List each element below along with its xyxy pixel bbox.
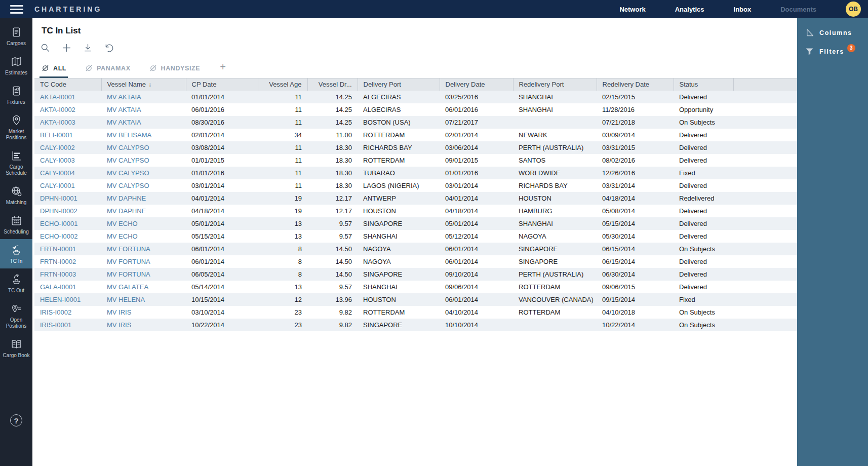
table-row[interactable]: HELEN-I0001 MV HELENA 10/15/2014 12 13.9… (34, 293, 797, 306)
add-tab-icon[interactable]: + (217, 61, 229, 78)
add-icon[interactable] (61, 42, 72, 53)
table-row[interactable]: CALY-I0003 MV CALYPSO 01/01/2015 11 18.3… (34, 154, 797, 167)
vessel-name-link[interactable]: MV IRIS (107, 308, 131, 316)
tc-code-link[interactable]: HELEN-I0001 (40, 296, 81, 303)
col-header-vessel-name[interactable]: Vessel Name↓ (101, 79, 186, 91)
sidebar-item-open-positions[interactable]: Open Positions (0, 298, 32, 333)
columns-button[interactable]: Columns (797, 23, 868, 42)
tc-code-link[interactable]: ECHO-I0002 (40, 232, 77, 240)
table-row[interactable]: DPHN-I0002 MV DAPHNE 04/18/2014 19 12.17… (34, 205, 797, 217)
table-row[interactable]: FRTN-I0003 MV FORTUNA 06/05/2014 8 14.50… (34, 268, 797, 281)
table-row[interactable]: IRIS-I0001 MV IRIS 10/22/2014 23 9.82 SI… (34, 319, 797, 331)
tab-panamax[interactable]: PANAMAX (83, 62, 132, 78)
nav-network[interactable]: Network (619, 6, 645, 13)
sidebar-item-estimates[interactable]: Estimates (0, 51, 32, 80)
table-row[interactable]: ECHO-I0001 MV ECHO 05/01/2014 13 9.57 SI… (34, 217, 797, 230)
hamburger-menu-icon[interactable] (10, 5, 23, 14)
nav-documents[interactable]: Documents (780, 6, 816, 13)
vessel-name-link[interactable]: MV CALYPSO (107, 157, 149, 164)
table-row[interactable]: IRIS-I0002 MV IRIS 03/10/2014 23 9.82 RO… (34, 306, 797, 319)
tc-code-link[interactable]: IRIS-I0002 (40, 308, 71, 316)
tab-handysize[interactable]: HANDYSIZE (147, 62, 202, 78)
sidebar-item-cargo-schedule[interactable]: Cargo Schedule (0, 145, 32, 180)
tc-code-link[interactable]: IRIS-I0001 (40, 321, 71, 329)
vessel-name-link[interactable]: MV BELISAMA (107, 131, 151, 139)
col-header-delivery-port[interactable]: Delivery Port (358, 79, 440, 91)
toolbar (40, 42, 797, 53)
vessel-name-link[interactable]: MV CALYPSO (107, 169, 149, 177)
sidebar-item-matching[interactable]: Matching (0, 180, 32, 210)
col-header-delivery-date[interactable]: Delivery Date (440, 79, 513, 91)
cell-status: Delivered (674, 154, 733, 167)
nav-analytics[interactable]: Analytics (675, 6, 704, 13)
search-icon[interactable] (40, 42, 51, 53)
table-row[interactable]: ECHO-I0002 MV ECHO 05/15/2014 13 9.57 SH… (34, 230, 797, 243)
sidebar-item-cargo-book[interactable]: Cargo Book (0, 333, 32, 363)
table-row[interactable]: CALY-I0002 MV CALYPSO 03/08/2014 11 18.3… (34, 141, 797, 154)
col-header-vessel-age[interactable]: Vessel Age (258, 79, 307, 91)
col-header-redelivery-port[interactable]: Redelivery Port (513, 79, 597, 91)
table-row[interactable]: AKTA-I0002 MV AKTAIA 06/01/2016 11 14.25… (34, 103, 797, 116)
tc-code-link[interactable]: CALY-I0003 (40, 157, 75, 164)
tc-code-link[interactable]: BELI-I0001 (40, 131, 73, 139)
tc-code-link[interactable]: FRTN-I0003 (40, 270, 76, 278)
table-row[interactable]: DPHN-I0001 MV DAPHNE 04/01/2014 19 12.17… (34, 192, 797, 205)
tc-code-link[interactable]: ECHO-I0001 (40, 220, 77, 227)
sidebar-item-scheduling[interactable]: Scheduling (0, 210, 32, 239)
vessel-name-link[interactable]: MV AKTAIA (107, 93, 141, 101)
table-row[interactable]: CALY-I0001 MV CALYPSO 03/01/2014 11 18.3… (34, 179, 797, 192)
col-header-vessel-draft[interactable]: Vessel Dr... (307, 79, 358, 91)
table-row[interactable]: GALA-I0001 MV GALATEA 05/14/2014 13 9.57… (34, 281, 797, 293)
col-header-cp-date[interactable]: CP Date (186, 79, 258, 91)
help-icon[interactable]: ? (10, 414, 22, 426)
tc-code-link[interactable]: GALA-I0001 (40, 283, 76, 291)
tc-code-link[interactable]: AKTA-I0001 (40, 93, 75, 101)
user-avatar[interactable]: OB (846, 2, 861, 17)
sidebar-item-fixtures[interactable]: Fixtures (0, 80, 32, 109)
nav-inbox[interactable]: Inbox (734, 6, 752, 13)
cell-filler (733, 154, 797, 167)
table-row[interactable]: BELI-I0001 MV BELISAMA 02/01/2014 34 11.… (34, 129, 797, 141)
vessel-name-link[interactable]: MV AKTAIA (107, 106, 141, 113)
vessel-name-link[interactable]: MV DAPHNE (107, 207, 146, 215)
view-tabs: ALL PANAMAX HANDYSIZE + (40, 61, 797, 78)
sidebar-item-tc-in[interactable]: TC In (0, 239, 32, 268)
filters-button[interactable]: Filters 3 (797, 42, 868, 61)
vessel-name-link[interactable]: MV AKTAIA (107, 119, 141, 126)
table-row[interactable]: AKTA-I0003 MV AKTAIA 08/30/2016 11 14.25… (34, 116, 797, 129)
vessel-name-link[interactable]: MV CALYPSO (107, 144, 149, 151)
scroll-icon (10, 26, 23, 38)
sidebar-item-cargoes[interactable]: Cargoes (0, 21, 32, 51)
tc-code-link[interactable]: FRTN-I0002 (40, 258, 76, 265)
vessel-name-link[interactable]: MV CALYPSO (107, 182, 149, 189)
tc-code-link[interactable]: AKTA-I0003 (40, 119, 75, 126)
vessel-name-link[interactable]: MV FORTUNA (107, 245, 150, 253)
tc-code-link[interactable]: CALY-I0002 (40, 144, 75, 151)
tc-code-link[interactable]: DPHN-I0002 (40, 207, 77, 215)
tab-all[interactable]: ALL (40, 62, 68, 78)
col-header-tc-code[interactable]: TC Code (34, 79, 101, 91)
tc-code-link[interactable]: CALY-I0001 (40, 182, 75, 189)
table-row[interactable]: FRTN-I0001 MV FORTUNA 06/01/2014 8 14.50… (34, 243, 797, 255)
reset-icon[interactable] (103, 42, 114, 53)
vessel-name-link[interactable]: MV FORTUNA (107, 270, 150, 278)
vessel-name-link[interactable]: MV DAPHNE (107, 195, 146, 202)
vessel-name-link[interactable]: MV GALATEA (107, 283, 148, 291)
vessel-name-link[interactable]: MV ECHO (107, 220, 138, 227)
table-row[interactable]: FRTN-I0002 MV FORTUNA 06/01/2014 8 14.50… (34, 255, 797, 268)
sidebar-item-market-positions[interactable]: Market Positions (0, 109, 32, 145)
vessel-name-link[interactable]: MV FORTUNA (107, 258, 150, 265)
vessel-name-link[interactable]: MV HELENA (107, 296, 145, 303)
table-row[interactable]: CALY-I0004 MV CALYPSO 01/01/2016 11 18.3… (34, 167, 797, 179)
tc-code-link[interactable]: CALY-I0004 (40, 169, 75, 177)
download-icon[interactable] (82, 42, 93, 53)
tc-code-link[interactable]: FRTN-I0001 (40, 245, 76, 253)
tc-code-link[interactable]: DPHN-I0001 (40, 195, 77, 202)
col-header-status[interactable]: Status (674, 79, 733, 91)
sidebar-item-tc-out[interactable]: TC Out (0, 268, 32, 298)
tc-code-link[interactable]: AKTA-I0002 (40, 106, 75, 113)
table-row[interactable]: AKTA-I0001 MV AKTAIA 01/01/2014 11 14.25… (34, 91, 797, 103)
col-header-redelivery-date[interactable]: Redelivery Date (597, 79, 674, 91)
vessel-name-link[interactable]: MV IRIS (107, 321, 131, 329)
vessel-name-link[interactable]: MV ECHO (107, 232, 138, 240)
